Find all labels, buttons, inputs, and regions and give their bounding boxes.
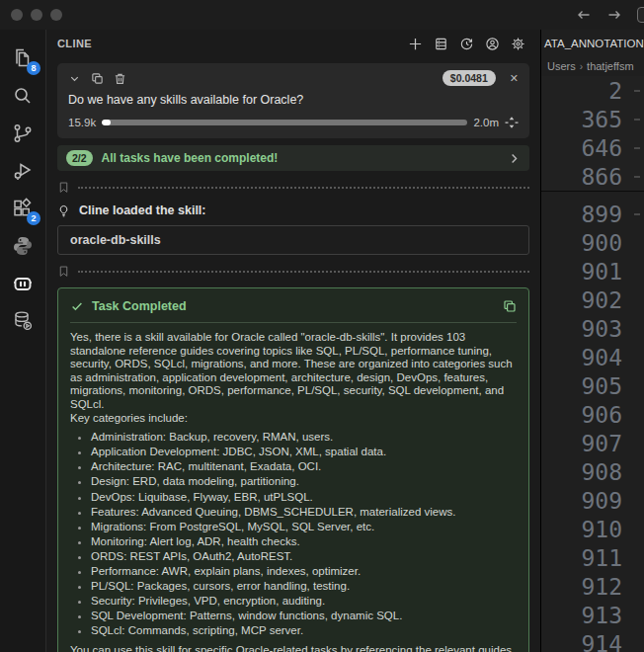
copy-task-icon[interactable]: [91, 72, 104, 85]
python-icon: [11, 234, 35, 258]
category-item: Administration: Backup, recovery, RMAN, …: [91, 431, 517, 445]
cline-panel-header: CLINE: [57, 30, 529, 57]
line-number: 866: [581, 164, 622, 190]
activity-item-run-debug[interactable]: [10, 158, 36, 184]
task-card: $0.0481 ✕ Do we have any skills availabl…: [57, 63, 529, 138]
editor-line[interactable]: 899: [541, 200, 644, 228]
category-item: Migrations: From PostgreSQL, MySQL, SQL …: [91, 521, 517, 534]
editor-line[interactable]: 904: [541, 343, 644, 371]
editor-line[interactable]: 912: [541, 572, 644, 601]
editor-line[interactable]: 905: [541, 371, 644, 400]
history-icon[interactable]: [459, 37, 474, 51]
category-item: Security: Privileges, VPD, encryption, a…: [91, 595, 517, 609]
editor-line[interactable]: 908: [541, 457, 644, 486]
new-task-icon[interactable]: [408, 37, 423, 51]
activity-bar: 8: [0, 30, 46, 652]
collapse-task-icon[interactable]: [68, 72, 81, 85]
breadcrumb[interactable]: Users › thatjeffsm: [541, 56, 644, 76]
category-item: Features: Advanced Queuing, DBMS_SCHEDUL…: [91, 506, 517, 520]
editor-line[interactable]: 907: [541, 429, 644, 457]
line-number: 903: [581, 316, 622, 342]
editor-line[interactable]: 903: [541, 314, 644, 343]
account-icon[interactable]: [485, 37, 500, 51]
category-item: Application Development: JDBC, JSON, XML…: [91, 446, 517, 459]
minimize-window-button[interactable]: [31, 9, 42, 21]
completion-intro: Yes, there is a skill available for Orac…: [70, 331, 517, 412]
editor-tabstrip: ATA_ANNOTATIONS: [541, 30, 644, 56]
editor-line[interactable]: 910: [541, 515, 644, 543]
sticky-line[interactable]: 2: [541, 76, 644, 105]
check-icon: [70, 299, 84, 313]
activity-item-python[interactable]: [10, 233, 36, 259]
nav-back-icon[interactable]: [576, 7, 592, 23]
task-question: Do we have any skills available for Orac…: [68, 93, 519, 107]
editor-line[interactable]: 902: [541, 285, 644, 314]
activity-item-source-control[interactable]: [10, 121, 36, 146]
copy-result-icon[interactable]: [503, 299, 517, 313]
context-unfold-icon[interactable]: [505, 116, 519, 129]
activity-item-extensions[interactable]: 2: [10, 196, 36, 221]
task-completed-panel: Task Completed Yes, there is a skill ava…: [57, 287, 529, 652]
search-icon: [11, 84, 35, 108]
editor-tab[interactable]: ATA_ANNOTATIONS: [541, 30, 644, 56]
editor-line[interactable]: 913: [541, 601, 644, 629]
panel-title: CLINE: [57, 38, 92, 49]
editor-line[interactable]: 911: [541, 543, 644, 572]
bookmark-icon: [57, 265, 70, 278]
category-item: DevOps: Liquibase, Flyway, EBR, utPLSQL.: [91, 491, 517, 505]
completion-categories-heading: Key categories include:: [70, 412, 517, 426]
activity-item-cline[interactable]: [10, 271, 36, 296]
editor-line[interactable]: 914: [541, 629, 644, 652]
nav-forward-icon[interactable]: [606, 7, 622, 23]
category-item: Performance: AWR, explain plans, indexes…: [91, 565, 517, 579]
line-number: 899: [581, 202, 622, 227]
sticky-line[interactable]: 365: [541, 105, 644, 133]
line-number: 909: [581, 488, 622, 514]
activity-item-database[interactable]: [10, 308, 36, 334]
cline-robot-icon: [11, 272, 35, 295]
mcp-servers-icon[interactable]: [434, 37, 448, 51]
line-number: 901: [581, 259, 622, 285]
breadcrumb-root[interactable]: Users: [547, 60, 576, 72]
task-completed-title: Task Completed: [92, 299, 187, 313]
chevron-right-icon[interactable]: [508, 152, 521, 165]
explorer-badge: 8: [27, 61, 40, 75]
editor-gutter: 8999009019029039049059069079089099109119…: [541, 192, 644, 652]
context-progressbar[interactable]: [102, 120, 467, 125]
checkpoint-separator: [57, 181, 529, 194]
editor-line[interactable]: 906: [541, 400, 644, 429]
context-window-row: 15.9k 2.0m: [68, 116, 519, 129]
skill-loaded-row: Cline loaded the skill:: [57, 204, 529, 217]
command-center[interactable]: [637, 7, 644, 23]
breadcrumb-separator: ›: [580, 61, 583, 72]
line-number: 913: [581, 603, 622, 628]
category-item: ORDS: REST APIs, OAuth2, AutoREST.: [91, 550, 517, 564]
skill-name-box[interactable]: oracle-db-skills: [57, 225, 529, 255]
line-number: 2: [608, 78, 622, 104]
editor-line[interactable]: 900: [541, 228, 644, 257]
tasks-completed-banner[interactable]: 2/2 All tasks have been completed!: [57, 145, 529, 171]
category-item: Design: ERD, data modeling, partitioning…: [91, 475, 517, 489]
context-max-label: 2.0m: [473, 117, 499, 128]
sticky-line[interactable]: 866: [541, 162, 644, 191]
zoom-window-button[interactable]: [50, 9, 62, 21]
category-item: SQL Development: Patterns, window functi…: [91, 610, 517, 623]
line-number: 365: [581, 107, 622, 132]
editor-line[interactable]: 909: [541, 486, 644, 515]
line-number: 900: [581, 230, 622, 256]
context-used-label: 15.9k: [68, 117, 96, 128]
delete-task-icon[interactable]: [114, 72, 126, 85]
line-number: 904: [581, 345, 622, 370]
breadcrumb-file[interactable]: thatjeffsm: [587, 60, 634, 72]
line-number: 906: [581, 402, 622, 428]
settings-gear-icon[interactable]: [511, 37, 525, 51]
editor-line[interactable]: 901: [541, 257, 644, 285]
sticky-line[interactable]: 646: [541, 133, 644, 162]
titlebar: [0, 0, 644, 30]
activity-item-explorer[interactable]: 8: [10, 45, 36, 71]
line-number: 912: [581, 574, 622, 600]
close-task-icon[interactable]: ✕: [510, 72, 519, 85]
close-window-button[interactable]: [11, 9, 23, 21]
line-number: 902: [581, 287, 622, 313]
activity-item-search[interactable]: [10, 83, 36, 109]
